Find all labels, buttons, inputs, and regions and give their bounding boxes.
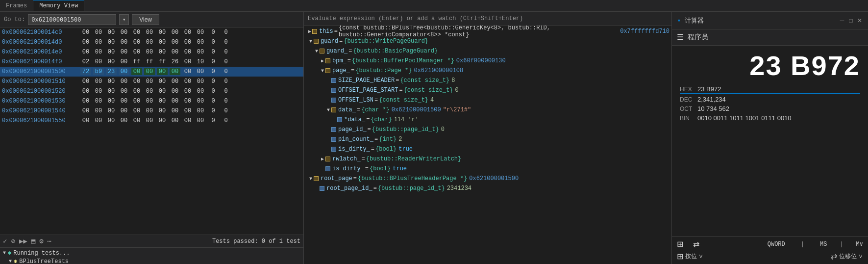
debug-row-root-page-id[interactable]: root_page_id_ = {bustub::page_id_t} 2341… xyxy=(304,184,671,193)
memory-row: 0x0000621000014f0 02000000 ffffff26 0010… xyxy=(0,57,303,67)
debug-toolbar: Evaluate expression (Enter) or add a wat… xyxy=(304,12,671,26)
debug-row-offset-page-start[interactable]: OFFSET_PAGE_START = {const size_t} 0 xyxy=(304,85,671,95)
memory-icons-bar: ✓ ⊘ ▶▶ ⬒ ⚙ ⋯ Tests passed: 0 of 1 test xyxy=(0,235,303,248)
hex-label: HEX xyxy=(680,86,697,93)
memory-table: 0x0000621000014c0 00000000 00000000 0000… xyxy=(0,27,303,235)
running-status: ▼ ✱ Running tests... xyxy=(3,249,300,257)
calc-header: ▪ 计算器 ─ □ ✕ xyxy=(672,12,868,29)
calc-bottom-row-2: ⊞ 按位 ∨ ⇄ 位移位 ∨ xyxy=(677,252,863,261)
settings-icon[interactable]: ⚙ xyxy=(39,237,43,245)
debug-row-bpm[interactable]: ▶ bpm_ = {bustub::BufferPoolManager *} 0… xyxy=(304,56,671,66)
convert-btn[interactable]: ⇄ xyxy=(693,239,699,249)
ms-label: MS xyxy=(820,241,827,248)
keypad-icon: ⊞ xyxy=(677,239,683,249)
memory-panel: Go to: ▾ View 0x0000621000014c0 00000000… xyxy=(0,12,304,264)
memory-row: 0x0000621000014c0 00000000 00000000 0000… xyxy=(0,27,303,37)
oct-label: OCT xyxy=(680,106,697,112)
calc-big-value: 23 B972 xyxy=(680,50,860,81)
dec-value: 2,341,234 xyxy=(697,96,726,103)
hamburger-icon[interactable]: ☰ xyxy=(677,32,684,42)
debug-row-pin-count[interactable]: pin_count_ = {int} 2 xyxy=(304,134,671,144)
run-icon[interactable]: ▶▶ xyxy=(19,237,27,245)
qword-label: QWORD xyxy=(768,241,785,248)
field-icon xyxy=(314,176,319,181)
debug-row-rwlatch[interactable]: ▶ rwlatch_ = {bustub::ReaderWriterLatch} xyxy=(304,154,671,164)
square-icon xyxy=(331,127,336,132)
square-icon xyxy=(331,98,336,103)
calc-display: 23 B972 HEX 23 B972 DEC 2,341,234 OCT 10… xyxy=(672,46,868,236)
memory-row: 0x0000621000001510 00000000 00000000 000… xyxy=(0,77,303,86)
memory-toolbar: Go to: ▾ View xyxy=(0,12,303,27)
debug-row-is-dirty-page[interactable]: is_dirty_ = {bool} true xyxy=(304,144,671,154)
debug-row-data[interactable]: ▼ data_ = {char *} 0x621000001500 "r\271… xyxy=(304,105,671,115)
bitop-btn[interactable]: ⊞ 按位 ∨ xyxy=(677,252,703,261)
goto-label: Go to: xyxy=(4,16,25,23)
tab-memory-view[interactable]: Memory View xyxy=(33,0,84,11)
debug-row-offset-lsn[interactable]: OFFSET_LSN = {const size_t} 4 xyxy=(304,95,671,105)
debug-row-guard_[interactable]: ▼ guard_ = {bustub::BasicPageGuard} xyxy=(304,46,671,56)
square-icon xyxy=(331,137,336,142)
test-tree-area: ▼ ✱ Running tests... ▼ ✱ BPlusTreeTests … xyxy=(0,248,303,264)
bitshift-label: 位移位 ∨ xyxy=(839,252,863,261)
debug-row-root-page[interactable]: ▼ root_page = {bustub::BPlusTreeHeaderPa… xyxy=(304,174,671,184)
field-icon xyxy=(325,68,330,73)
square-icon xyxy=(331,147,336,152)
calc-bottom: ⊞ ⇄ QWORD | MS | M∨ ⊞ 按位 ∨ xyxy=(672,236,868,264)
dec-label: DEC xyxy=(680,96,697,103)
oct-value: 10 734 562 xyxy=(697,105,729,112)
calc-rows: HEX 23 B972 DEC 2,341,234 OCT 10 734 562… xyxy=(680,85,860,122)
debug-row-is-dirty-guard[interactable]: is_dirty_ = {bool} true xyxy=(304,164,671,174)
calc-title: 计算器 xyxy=(685,16,704,25)
restore-button[interactable]: □ xyxy=(847,17,854,24)
memory-row-highlighted: 0x0000621000001500 72b92300 00000000 000… xyxy=(0,67,303,77)
debug-row-data-deref[interactable]: *data_ = {char} 114 'r' xyxy=(304,115,671,125)
field-icon xyxy=(312,29,317,34)
debug-row-this[interactable]: ▶ this = {const bustub::BPlusTree<bustub… xyxy=(304,26,671,36)
debug-row-size-page-header[interactable]: SIZE_PAGE_HEADER = {const size_t} 8 xyxy=(304,76,671,85)
square-icon xyxy=(320,186,324,191)
calc-row-dec: DEC 2,341,234 xyxy=(680,96,860,103)
keypad-btn[interactable]: ⊞ xyxy=(677,239,683,249)
memory-row: 0x0000621000001530 00000000 00000000 000… xyxy=(0,96,303,106)
bitop-label: 按位 ∨ xyxy=(685,252,703,261)
close-button[interactable]: ✕ xyxy=(856,17,863,24)
memory-row: 0x0000621000014d0 00000000 00000000 0000… xyxy=(0,37,303,47)
debug-tree: ▶ this = {const bustub::BPlusTree<bustub… xyxy=(304,26,671,264)
top-tab-bar: Frames Memory View xyxy=(0,0,868,12)
bitshift-icon: ⇄ xyxy=(831,252,837,261)
calc-row-bin: BIN 0010 0011 1011 1001 0111 0010 xyxy=(680,114,860,122)
stop-icon[interactable]: ⊘ xyxy=(11,237,15,245)
bin-label: BIN xyxy=(680,115,697,122)
field-icon xyxy=(325,157,330,161)
bitop-icon: ⊞ xyxy=(677,252,683,261)
calc-window-buttons: ─ □ ✕ xyxy=(839,17,863,24)
calc-mode-label: 程序员 xyxy=(688,33,708,42)
check-icon[interactable]: ✓ xyxy=(3,237,7,245)
calculator-panel: ▪ 计算器 ─ □ ✕ ☰ 程序员 23 B972 HEX 23 B972 xyxy=(672,12,868,264)
field-icon xyxy=(331,107,336,112)
separator2: | xyxy=(840,241,843,248)
address-dropdown-btn[interactable]: ▾ xyxy=(119,14,129,25)
tree-root[interactable]: ▼ ✱ BPlusTreeTests xyxy=(3,257,300,264)
test-status: Tests passed: 0 of 1 test xyxy=(212,238,300,245)
bitshift-btn[interactable]: ⇄ 位移位 ∨ xyxy=(831,252,863,261)
hex-value: 23 B972 xyxy=(697,85,721,93)
tab-frames[interactable]: Frames xyxy=(0,0,33,11)
bin-value: 0010 0011 1011 1001 0111 0010 xyxy=(697,114,792,122)
debug-row-page-id[interactable]: page_id_ = {bustub::page_id_t} 0 xyxy=(304,125,671,134)
memory-row: 0x0000621000001550 00000000 00000000 000… xyxy=(0,116,303,126)
memory-footer: ✓ ⊘ ▶▶ ⬒ ⚙ ⋯ Tests passed: 0 of 1 test ▼… xyxy=(0,235,303,264)
more-icon[interactable]: ⋯ xyxy=(48,237,51,245)
view-button[interactable]: View xyxy=(132,14,159,25)
square-icon xyxy=(337,117,342,122)
minimize-button[interactable]: ─ xyxy=(839,17,845,24)
debug-icon[interactable]: ⬒ xyxy=(31,237,35,245)
memory-row: 0x0000621000014e0 00000000 00000000 0000… xyxy=(0,47,303,57)
memory-row: 0x0000621000001540 00000000 00000000 000… xyxy=(0,106,303,116)
field-icon xyxy=(325,58,330,63)
square-icon xyxy=(325,166,330,171)
calc-mode-row: ☰ 程序员 xyxy=(672,29,868,46)
memory-address-input[interactable] xyxy=(28,14,116,25)
debug-row-page[interactable]: ▼ page_ = {bustub::Page *} 0x62100000010… xyxy=(304,66,671,76)
calc-row-hex: HEX 23 B972 xyxy=(680,85,860,94)
